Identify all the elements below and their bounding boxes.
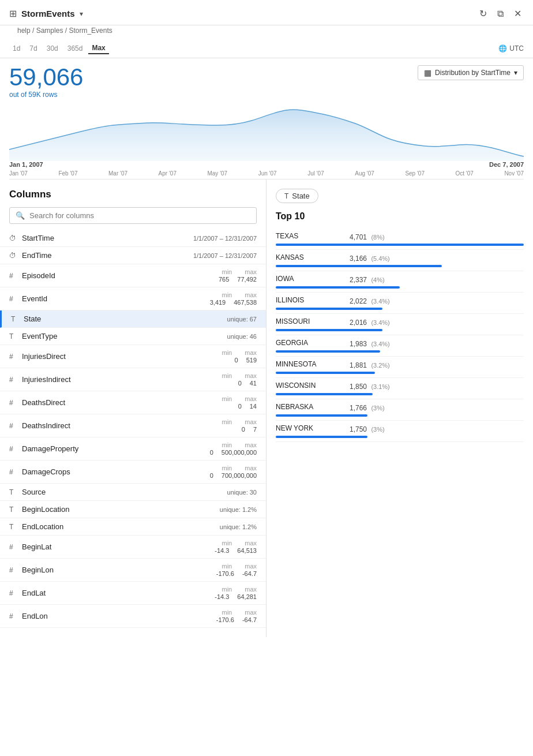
top10-state-name: WISCONSIN <box>276 381 345 390</box>
col-minmax: minmax 041 <box>222 372 257 387</box>
time-max[interactable]: Max <box>88 43 108 54</box>
column-row[interactable]: # DamageProperty minmax 0500,000,000 <box>0 437 266 461</box>
time-30d[interactable]: 30d <box>43 43 62 54</box>
top10-state-name: NEW YORK <box>276 424 345 432</box>
col-type-icon: # <box>9 399 22 407</box>
top10-list: TEXAS 4,701 (8%) KANSAS 3,166 (5.4%) IOW… <box>276 229 524 442</box>
col-name: EpisodeId <box>22 271 219 280</box>
top10-bar-row: NEW YORK 1,750 (3%) <box>276 424 524 434</box>
column-row[interactable]: T BeginLocation unique: 1.2% <box>0 501 266 518</box>
top10-bar-row: NEBRASKA 1,766 (3%) <box>276 403 524 413</box>
top10-pct: (3.4%) <box>371 340 389 347</box>
col-minmax: minmax 0500,000,000 <box>210 441 257 456</box>
column-row[interactable]: # EndLat minmax -14.364,281 <box>0 582 266 605</box>
top10-bar-row: KANSAS 3,166 (5.4%) <box>276 253 524 263</box>
state-pill[interactable]: T State <box>276 189 318 203</box>
distribution-button[interactable]: ▦ Distribution by StartTime ▾ <box>418 65 524 80</box>
col-type-icon: # <box>9 353 22 361</box>
column-row[interactable]: ⏱ EndTime 1/1/2007 – 12/31/2007 <box>0 247 266 264</box>
month-sep: Sep '07 <box>405 170 425 177</box>
column-row[interactable]: # EpisodeId minmax 76577,492 <box>0 264 266 287</box>
top10-state-name: MINNESOTA <box>276 360 345 368</box>
column-row[interactable]: T State unique: 67 <box>0 310 266 328</box>
col-minmax: minmax -14.364,513 <box>215 540 257 554</box>
col-type-icon: ⏱ <box>9 252 22 260</box>
col-type-icon: # <box>9 566 22 574</box>
column-row[interactable]: # DeathsIndirect minmax 07 <box>0 414 266 437</box>
date-range-row: Jan 1, 2007 Dec 7, 2007 <box>9 161 524 169</box>
time-365d[interactable]: 365d <box>64 43 87 54</box>
title-chevron-icon[interactable]: ▾ <box>80 10 83 18</box>
breadcrumb: help / Samples / Storm_Events <box>0 27 533 39</box>
col-minmax: minmax 07 <box>222 418 257 433</box>
close-button[interactable]: ✕ <box>512 6 524 21</box>
top10-bar <box>276 286 400 289</box>
col-type-icon: # <box>9 295 22 303</box>
top10-count: 2,016 (3.4%) <box>350 319 390 327</box>
column-row[interactable]: T EndLocation unique: 1.2% <box>0 518 266 536</box>
col-minmax: minmax 0700,000,000 <box>210 465 257 479</box>
distribution-chevron-icon: ▾ <box>514 69 517 77</box>
header-actions: ↻ ⧉ ✕ <box>477 6 524 21</box>
month-feb: Feb '07 <box>58 170 77 177</box>
col-type-icon: # <box>9 612 22 620</box>
top10-bar <box>276 372 375 374</box>
col-name: InjuriesDirect <box>22 352 222 361</box>
chart-subtitle: out of 59K rows <box>9 91 524 99</box>
col-name: EndLat <box>22 589 215 597</box>
column-row[interactable]: # DamageCrops minmax 0700,000,000 <box>0 461 266 484</box>
col-minmax: minmax 76577,492 <box>219 268 257 283</box>
column-row[interactable]: # InjuriesDirect minmax 0519 <box>0 345 266 368</box>
top10-pct: (3.1%) <box>371 383 389 390</box>
col-range: 1/1/2007 – 12/31/2007 <box>193 235 257 242</box>
top10-state-name: IOWA <box>276 275 345 283</box>
top10-bar-row: MISSOURI 2,016 (3.4%) <box>276 317 524 327</box>
col-unique: unique: 30 <box>227 489 257 496</box>
column-row[interactable]: # BeginLon minmax -170.6-64.7 <box>0 559 266 582</box>
top10-bar-row: ILLINOIS 2,022 (3.4%) <box>276 296 524 306</box>
col-type-icon: # <box>9 422 22 430</box>
col-name: EndLon <box>22 612 216 620</box>
top10-bar-row: TEXAS 4,701 (8%) <box>276 232 524 242</box>
top10-count: 4,701 (8%) <box>350 233 385 241</box>
column-row[interactable]: # EndLon minmax -170.6-64.7 <box>0 605 266 628</box>
column-row[interactable]: T Source unique: 30 <box>0 484 266 501</box>
search-input[interactable] <box>29 211 250 220</box>
top10-state-name: NEBRASKA <box>276 403 345 411</box>
column-row[interactable]: # DeathsDirect minmax 014 <box>0 391 266 414</box>
search-icon: 🔍 <box>16 211 25 220</box>
header-left: ⊞ StormEvents ▾ <box>9 8 83 19</box>
column-row[interactable]: # EventId minmax 3,419467,538 <box>0 287 266 310</box>
refresh-button[interactable]: ↻ <box>477 6 489 21</box>
split-button[interactable]: ⧉ <box>495 6 506 21</box>
col-minmax: minmax -170.6-64.7 <box>216 563 257 577</box>
list-item: NEW YORK 1,750 (3%) <box>276 421 524 442</box>
col-minmax: minmax 014 <box>222 395 257 410</box>
col-unique: unique: 1.2% <box>220 523 257 530</box>
time-1d[interactable]: 1d <box>9 43 24 54</box>
month-apr: Apr '07 <box>159 170 177 177</box>
column-row[interactable]: # InjuriesIndirect minmax 041 <box>0 368 266 391</box>
col-name: EndTime <box>22 251 193 260</box>
column-row[interactable]: # BeginLat minmax -14.364,513 <box>0 536 266 559</box>
col-unique: unique: 46 <box>227 333 257 340</box>
col-type-icon: T <box>9 523 22 531</box>
list-item: ILLINOIS 2,022 (3.4%) <box>276 293 524 314</box>
col-type-icon: ⏱ <box>9 234 22 242</box>
top10-pct: (3%) <box>371 426 384 433</box>
top10-count: 1,766 (3%) <box>350 404 385 412</box>
list-item: WISCONSIN 1,850 (3.1%) <box>276 378 524 399</box>
list-item: GEORGIA 1,983 (3.4%) <box>276 335 524 357</box>
col-name: EventType <box>22 332 227 340</box>
column-row[interactable]: ⏱ StartTime 1/1/2007 – 12/31/2007 <box>0 230 266 247</box>
timezone-button[interactable]: 🌐 UTC <box>498 44 524 53</box>
col-name: StartTime <box>22 234 193 242</box>
search-box[interactable]: 🔍 <box>9 207 257 224</box>
column-row[interactable]: T EventType unique: 46 <box>0 328 266 345</box>
col-name: BeginLon <box>22 566 216 574</box>
list-item: MISSOURI 2,016 (3.4%) <box>276 314 524 335</box>
top10-bar <box>276 308 382 310</box>
time-7d[interactable]: 7d <box>26 43 40 54</box>
state-pill-label: State <box>292 192 309 200</box>
col-name: BeginLocation <box>22 505 220 514</box>
